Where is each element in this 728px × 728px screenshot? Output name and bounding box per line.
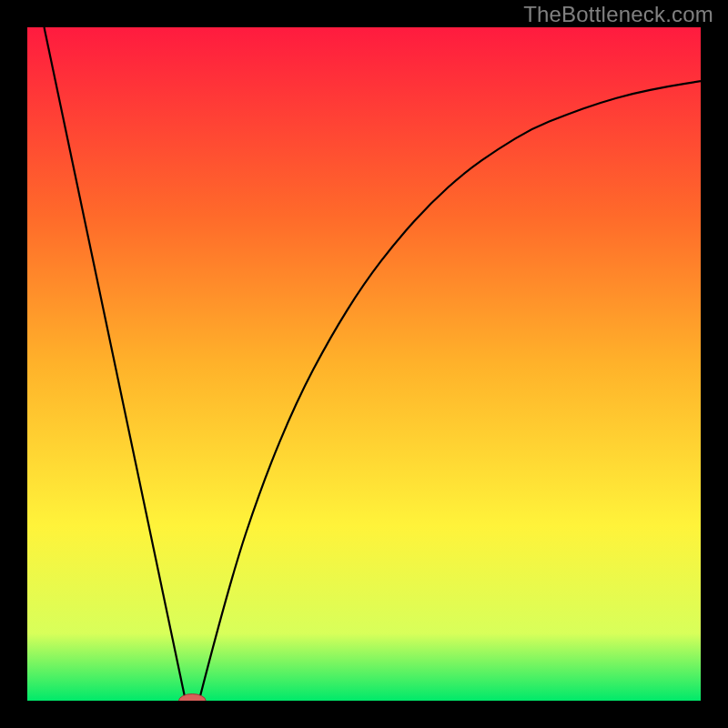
- chart-plot-area: [27, 27, 701, 701]
- watermark-text: TheBottleneck.com: [523, 2, 713, 27]
- gradient-background: [27, 27, 701, 701]
- chart-svg: [27, 27, 701, 701]
- chart-frame: TheBottleneck.com: [0, 0, 728, 728]
